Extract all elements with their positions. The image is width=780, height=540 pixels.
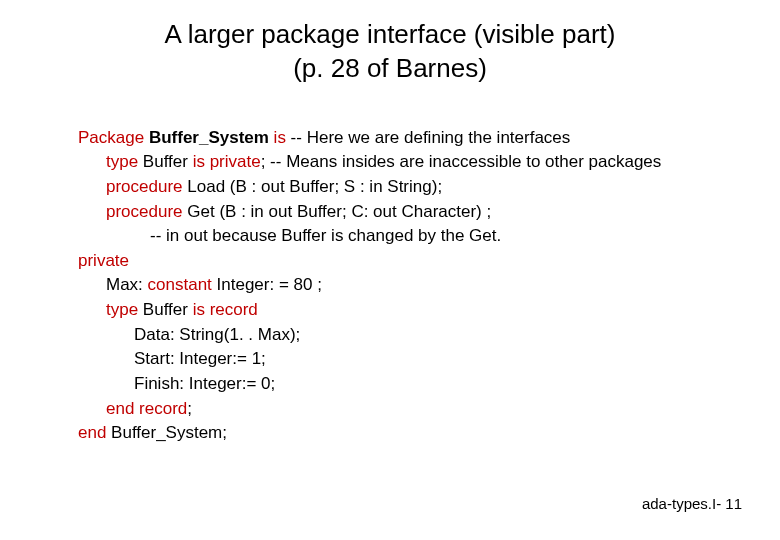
text: Start: Integer:= 1; <box>134 349 266 368</box>
code-line-11: Finish: Integer:= 0; <box>78 372 720 397</box>
text: Load (B : out Buffer; S : in String); <box>183 177 443 196</box>
keyword-end-record: end record <box>106 399 187 418</box>
keyword-private: private <box>78 251 129 270</box>
text: Integer: = 80 ; <box>212 275 322 294</box>
code-line-9: Data: String(1. . Max); <box>78 323 720 348</box>
code-line-1: Package Buffer_System is -- Here we are … <box>78 126 720 151</box>
keyword-type: type <box>106 152 138 171</box>
keyword-is-record: is record <box>193 300 258 319</box>
comment-3: -- in out because Buffer is changed by t… <box>150 226 501 245</box>
text: Finish: Integer:= 0; <box>134 374 275 393</box>
text: Buffer <box>138 152 193 171</box>
keyword-package: Package <box>78 128 144 147</box>
keyword-procedure: procedure <box>106 202 183 221</box>
code-line-8: type Buffer is record <box>78 298 720 323</box>
code-line-12: end record; <box>78 397 720 422</box>
title-line-2: (p. 28 of Barnes) <box>0 52 780 86</box>
keyword-procedure: procedure <box>106 177 183 196</box>
code-line-13: end Buffer_System; <box>78 421 720 446</box>
keyword-is: is <box>274 128 286 147</box>
identifier-buffer-system: Buffer_System <box>144 128 273 147</box>
slide-footer: ada-types.I- 11 <box>642 495 742 512</box>
keyword-type: type <box>106 300 138 319</box>
code-line-6: private <box>78 249 720 274</box>
title-line-1: A larger package interface (visible part… <box>0 18 780 52</box>
code-line-10: Start: Integer:= 1; <box>78 347 720 372</box>
code-line-4: procedure Get (B : in out Buffer; C: out… <box>78 200 720 225</box>
comment-2: ; -- Means insides are inaccessible to o… <box>261 152 662 171</box>
code-line-3: procedure Load (B : out Buffer; S : in S… <box>78 175 720 200</box>
text: Get (B : in out Buffer; C: out Character… <box>183 202 492 221</box>
keyword-constant: constant <box>148 275 212 294</box>
text: Buffer_System; <box>106 423 227 442</box>
keyword-is-private: is private <box>193 152 261 171</box>
comment-1: -- Here we are defining the interfaces <box>286 128 570 147</box>
code-block: Package Buffer_System is -- Here we are … <box>78 126 720 446</box>
code-line-2: type Buffer is private; -- Means insides… <box>78 150 720 175</box>
slide-title: A larger package interface (visible part… <box>0 18 780 86</box>
code-line-5: -- in out because Buffer is changed by t… <box>78 224 720 249</box>
code-line-7: Max: constant Integer: = 80 ; <box>78 273 720 298</box>
keyword-end: end <box>78 423 106 442</box>
text: Data: String(1. . Max); <box>134 325 300 344</box>
text: Buffer <box>138 300 193 319</box>
text: ; <box>187 399 192 418</box>
text: Max: <box>106 275 148 294</box>
